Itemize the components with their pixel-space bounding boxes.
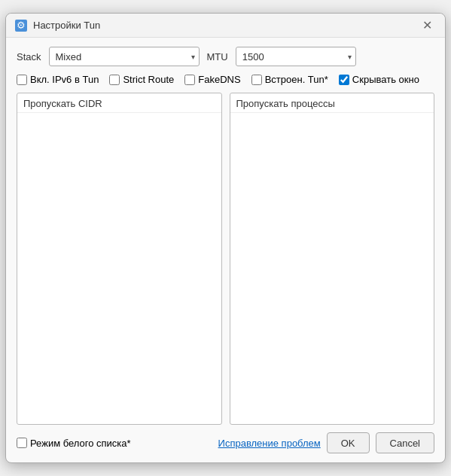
builtin-tun-label: Встроен. Tun* (265, 74, 328, 85)
stack-mtu-row: Stack Mixed System gVisor ▾ MTU 1500 900… (17, 47, 434, 66)
mtu-select-wrapper: 1500 9000 65535 ▾ (236, 47, 356, 66)
titlebar: ⚙ Настройки Tun ✕ (6, 14, 445, 38)
whitelist-label: Режим белого списка* (30, 438, 131, 449)
whitelist-checkbox[interactable] (17, 438, 27, 448)
fakedns-checkbox[interactable] (184, 75, 195, 85)
panels-row: Пропускать CIDR Пропускать процессы (17, 93, 434, 425)
processes-panel: Пропускать процессы (230, 93, 435, 425)
hide-window-checkbox[interactable] (339, 75, 349, 85)
mtu-select[interactable]: 1500 9000 65535 (236, 47, 356, 66)
cidr-textarea[interactable] (17, 113, 221, 422)
close-button[interactable]: ✕ (418, 17, 436, 35)
stack-select-wrapper: Mixed System gVisor ▾ (49, 47, 200, 66)
ipv6-checkbox-item[interactable]: Вкл. IPv6 в Tun (17, 74, 99, 85)
stack-label: Stack (17, 51, 41, 63)
window-title: Настройки Tun (33, 20, 418, 31)
cidr-panel: Пропускать CIDR (17, 93, 222, 425)
cancel-button[interactable]: Cancel (376, 432, 434, 453)
fakedns-label: FakeDNS (198, 74, 240, 85)
hide-window-label: Скрывать окно (352, 74, 419, 85)
fix-problems-button[interactable]: Исправление проблем (218, 438, 321, 449)
ok-button[interactable]: OK (327, 432, 370, 453)
processes-panel-label: Пропускать процессы (230, 93, 434, 113)
fakedns-checkbox-item[interactable]: FakeDNS (184, 74, 240, 85)
whitelist-checkbox-item[interactable]: Режим белого списка* (17, 438, 212, 449)
footer-buttons: Исправление проблем OK Cancel (218, 432, 434, 453)
cidr-panel-label: Пропускать CIDR (17, 93, 221, 113)
strict-route-label: Strict Route (123, 74, 174, 85)
app-icon: ⚙ (15, 20, 27, 32)
strict-route-checkbox-item[interactable]: Strict Route (109, 74, 174, 85)
builtin-tun-checkbox[interactable] (251, 75, 262, 85)
footer-row: Режим белого списка* Исправление проблем… (17, 432, 434, 453)
hide-window-checkbox-item[interactable]: Скрывать окно (339, 74, 419, 85)
strict-route-checkbox[interactable] (109, 75, 120, 85)
processes-textarea[interactable] (230, 113, 434, 422)
window: ⚙ Настройки Tun ✕ Stack Mixed System gVi… (5, 13, 446, 463)
mtu-label: MTU (207, 51, 228, 63)
checkboxes-row: Вкл. IPv6 в Tun Strict Route FakeDNS Вст… (17, 74, 434, 85)
ipv6-checkbox[interactable] (17, 75, 27, 85)
ipv6-label: Вкл. IPv6 в Tun (30, 74, 99, 85)
dialog-content: Stack Mixed System gVisor ▾ MTU 1500 900… (6, 38, 445, 462)
footer-left: Режим белого списка* (17, 438, 212, 449)
builtin-tun-checkbox-item[interactable]: Встроен. Tun* (251, 74, 328, 85)
stack-select[interactable]: Mixed System gVisor (49, 47, 200, 66)
